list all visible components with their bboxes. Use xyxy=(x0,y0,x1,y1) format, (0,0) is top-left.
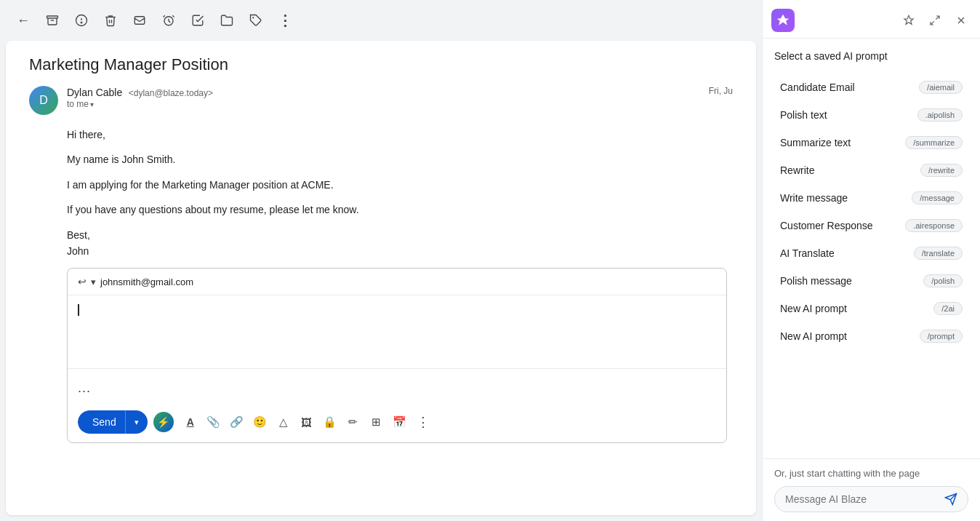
svg-point-4 xyxy=(81,22,82,23)
main-area: ← ⋮ Marketing Manager Position xyxy=(0,0,762,521)
prompt-tag-new-ai-1: /2ai xyxy=(933,302,963,315)
prompt-name-polish-text: Polish text xyxy=(780,109,827,121)
expand-icon[interactable] xyxy=(925,10,945,31)
prompt-item-new-ai-1[interactable]: New AI prompt /2ai xyxy=(774,295,968,322)
email-subject: Marketing Manager Position xyxy=(29,55,733,74)
ellipsis-row: ··· xyxy=(68,381,726,405)
to-me-label[interactable]: to me ▾ xyxy=(67,99,709,109)
more-icon[interactable]: ⋮ xyxy=(273,9,297,32)
sender-email: <dylan@blaze.today> xyxy=(129,88,213,98)
prompt-item-rewrite[interactable]: Rewrite /rewrite xyxy=(774,156,968,184)
text-cursor xyxy=(78,304,79,316)
send-dropdown-button[interactable]: ▾ xyxy=(125,410,148,434)
prompt-tag-customer-response: .airesponse xyxy=(905,219,963,232)
reply-area: ↩ ▾ johnsmith@gmail.com ··· Send ▾ xyxy=(67,268,727,443)
expand-quoted-icon[interactable]: ··· xyxy=(78,383,91,398)
more-options-icon[interactable]: ⋮ xyxy=(412,411,434,433)
email-date: Fri, Ju xyxy=(709,86,733,96)
prompt-tag-new-ai-2: /prompt xyxy=(920,330,963,343)
chat-input-area xyxy=(774,486,968,512)
prompt-item-candidate-email[interactable]: Candidate Email /aiemail xyxy=(774,73,968,101)
prompt-item-ai-translate[interactable]: AI Translate /translate xyxy=(774,239,968,267)
chat-send-button[interactable] xyxy=(944,493,957,506)
ai-sidebar: Select a saved AI prompt Candidate Email… xyxy=(762,0,980,521)
prompt-item-customer-response[interactable]: Customer Response .airesponse xyxy=(774,212,968,239)
send-row: Send ▾ ⚡ A 📎 🔗 🙂 △ 🖼 🔒 ✏ ⊞ 📅 ⋮ xyxy=(68,405,726,442)
prompt-name-customer-response: Customer Response xyxy=(780,220,873,231)
body-line-4: If you have any questions about my resum… xyxy=(67,202,733,218)
email-body: Hi there, My name is John Smith. I am ap… xyxy=(67,127,733,259)
prompt-name-new-ai-2: New AI prompt xyxy=(780,330,847,342)
prompt-tag-polish-text: .aipolish xyxy=(917,108,963,122)
send-button-group: Send ▾ xyxy=(78,410,148,434)
signature-icon[interactable]: ✏ xyxy=(342,411,364,433)
table-icon[interactable]: ⊞ xyxy=(366,411,387,433)
svg-point-6 xyxy=(252,17,254,18)
prompt-item-summarize[interactable]: Summarize text /summarize xyxy=(774,129,968,156)
send-button[interactable]: Send xyxy=(78,410,125,434)
body-line-5: Best,John xyxy=(67,227,733,260)
prompt-name-polish-message: Polish message xyxy=(780,275,852,287)
prompt-name-summarize: Summarize text xyxy=(780,137,851,148)
email-container: Marketing Manager Position D Dylan Cable… xyxy=(6,41,756,515)
svg-rect-0 xyxy=(47,16,58,18)
lock-icon[interactable]: 🔒 xyxy=(319,411,341,433)
reply-to-address: johnsmith@gmail.com xyxy=(100,277,193,287)
delete-icon[interactable] xyxy=(99,9,122,32)
sender-info: Dylan Cable <dylan@blaze.today> xyxy=(67,86,709,99)
attach-file-icon[interactable]: 📎 xyxy=(203,411,225,433)
body-line-2: My name is John Smith. xyxy=(67,151,733,167)
mark-unread-icon[interactable] xyxy=(128,9,151,32)
link-icon[interactable]: 🔗 xyxy=(226,411,248,433)
task-icon[interactable] xyxy=(186,9,209,32)
folder-icon[interactable] xyxy=(215,9,238,32)
prompt-tag-rewrite: /rewrite xyxy=(920,164,963,177)
chat-input[interactable] xyxy=(785,493,944,505)
email-toolbar: ← ⋮ xyxy=(0,0,762,41)
sidebar-content: Select a saved AI prompt Candidate Email… xyxy=(763,39,980,458)
pin-icon[interactable] xyxy=(899,10,919,31)
prompt-name-ai-translate: AI Translate xyxy=(780,247,835,259)
prompt-list: Candidate Email /aiemail Polish text .ai… xyxy=(774,73,968,350)
prompt-item-new-ai-2[interactable]: New AI prompt /prompt xyxy=(774,322,968,350)
prompt-item-polish-message[interactable]: Polish message /polish xyxy=(774,267,968,295)
prompt-tag-polish-message: /polish xyxy=(923,274,963,287)
archive-icon[interactable] xyxy=(41,9,64,32)
sender-name: Dylan Cable xyxy=(67,87,122,98)
photo-icon[interactable]: 🖼 xyxy=(296,411,318,433)
report-icon[interactable] xyxy=(70,9,93,32)
prompt-name-write-message: Write message xyxy=(780,192,848,204)
prompt-tag-write-message: /message xyxy=(912,191,963,204)
schedule-send-icon[interactable]: 📅 xyxy=(389,411,411,433)
reply-expand-icon[interactable]: ▾ xyxy=(91,277,96,287)
back-icon[interactable]: ← xyxy=(12,9,35,32)
close-icon[interactable] xyxy=(951,10,971,31)
email-meta: Dylan Cable <dylan@blaze.today> to me ▾ xyxy=(67,86,709,109)
reply-arrow-icon: ↩ xyxy=(78,276,87,287)
format-text-icon[interactable]: A xyxy=(180,411,201,433)
snooze-icon[interactable] xyxy=(157,9,180,32)
prompt-tag-summarize: /summarize xyxy=(905,136,963,149)
prompt-name-rewrite: Rewrite xyxy=(780,164,814,176)
sender-avatar: D xyxy=(29,86,58,115)
blaze-compose-icon[interactable]: ⚡ xyxy=(153,412,174,432)
sidebar-top-bar xyxy=(763,0,980,39)
sidebar-title: Select a saved AI prompt xyxy=(774,50,968,62)
emoji-icon[interactable]: 🙂 xyxy=(249,411,271,433)
reply-footer xyxy=(68,368,726,381)
email-header: D Dylan Cable <dylan@blaze.today> to me … xyxy=(29,86,733,115)
drive-icon[interactable]: △ xyxy=(273,411,294,433)
prompt-tag-ai-translate: /translate xyxy=(914,247,963,260)
body-line-1: Hi there, xyxy=(67,127,733,143)
ai-blaze-logo xyxy=(771,9,795,32)
prompt-name-new-ai-1: New AI prompt xyxy=(780,303,847,314)
reply-toolbar: A 📎 🔗 🙂 △ 🖼 🔒 ✏ ⊞ 📅 ⋮ xyxy=(180,411,434,433)
chat-label: Or, just start chatting with the page xyxy=(774,468,968,479)
prompt-name-candidate-email: Candidate Email xyxy=(780,81,855,93)
label-icon[interactable] xyxy=(244,9,268,32)
prompt-item-write-message[interactable]: Write message /message xyxy=(774,184,968,212)
reply-body[interactable] xyxy=(68,295,726,368)
prompt-tag-candidate-email: /aiemail xyxy=(919,81,963,94)
body-line-3: I am applying for the Marketing Manager … xyxy=(67,177,733,193)
prompt-item-polish-text[interactable]: Polish text .aipolish xyxy=(774,101,968,129)
